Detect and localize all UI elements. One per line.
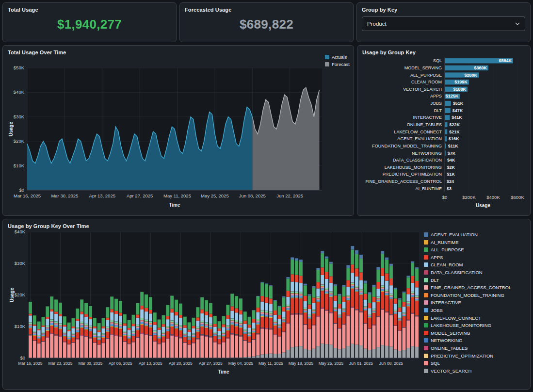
stack-segment-all_purpose[interactable] <box>188 322 191 329</box>
stack-segment-clean_room[interactable] <box>188 332 191 336</box>
stack-segment-dlt[interactable] <box>308 315 311 316</box>
stack-segment-interactive[interactable] <box>334 309 337 310</box>
stack-segment-online_tables[interactable] <box>248 342 251 343</box>
legend-item-sql[interactable]: SQL <box>424 360 524 366</box>
stack-segment-sql[interactable] <box>149 336 152 358</box>
stack-segment-clean_room[interactable] <box>145 311 148 320</box>
stack-segment-model_serving[interactable] <box>291 298 294 313</box>
stack-segment-model_serving[interactable] <box>114 328 118 335</box>
legend-item-data_classification[interactable]: DATA_CLASSIFICATION <box>424 270 524 275</box>
stack-segment-online_tables[interactable] <box>119 336 122 337</box>
stack-segment-dlt[interactable] <box>359 289 363 291</box>
stack-segment-foundation_model_training[interactable] <box>299 294 303 294</box>
stack-segment-jobs[interactable] <box>153 333 157 335</box>
stack-segment-interactive[interactable] <box>338 315 341 316</box>
stack-segment-foundation_model_training[interactable] <box>175 325 178 325</box>
stack-segment-interactive[interactable] <box>162 334 165 335</box>
stack-segment-sql[interactable] <box>110 335 113 358</box>
stack-segment-dlt[interactable] <box>256 319 259 321</box>
stack-segment-model_serving[interactable] <box>50 326 53 333</box>
stack-segment-model_serving[interactable] <box>398 321 402 330</box>
stack-segment-sql[interactable] <box>359 312 363 345</box>
stack-segment-lakeflow_connect[interactable] <box>230 325 234 326</box>
stack-segment-lakeflow_connect[interactable] <box>119 328 122 329</box>
stack-segment-all_purpose[interactable] <box>59 303 62 314</box>
stack-segment-apps[interactable] <box>364 294 367 299</box>
stack-segment-jobs[interactable] <box>346 298 350 300</box>
stack-segment-clean_room[interactable] <box>282 311 286 318</box>
stack-segment-model_serving[interactable] <box>209 329 212 336</box>
stack-segment-apps[interactable] <box>321 267 324 275</box>
stack-segment-interactive[interactable] <box>136 327 139 328</box>
stack-segment-agent_evaluation[interactable] <box>338 294 341 295</box>
stack-segment-online_tables[interactable] <box>123 342 127 342</box>
stack-segment-lakeflow_connect[interactable] <box>364 310 367 310</box>
stack-segment-jobs[interactable] <box>188 339 191 340</box>
stack-segment-jobs[interactable] <box>230 323 234 325</box>
stack-segment-model_serving[interactable] <box>93 338 97 343</box>
stack-segment-dlt[interactable] <box>162 332 165 333</box>
stack-segment-sql[interactable] <box>376 317 380 347</box>
stack-segment-all_purpose[interactable] <box>97 323 101 330</box>
stack-segment-clean_room[interactable] <box>89 319 92 326</box>
stack-segment-interactive[interactable] <box>183 334 187 335</box>
stack-segment-vector_search[interactable] <box>274 354 277 358</box>
stack-segment-vector_search[interactable] <box>321 343 324 358</box>
stack-segment-interactive[interactable] <box>158 336 161 337</box>
stack-segment-all_purpose[interactable] <box>295 261 298 275</box>
stack-segment-foundation_model_training[interactable] <box>89 327 92 328</box>
stack-segment-all_purpose[interactable] <box>209 303 212 313</box>
stack-segment-interactive[interactable] <box>346 297 350 298</box>
stack-segment-apps[interactable] <box>260 296 264 302</box>
stack-segment-apps[interactable] <box>196 317 199 321</box>
stack-segment-sql[interactable] <box>76 339 79 358</box>
stack-segment-sql[interactable] <box>123 342 127 358</box>
stack-segment-jobs[interactable] <box>179 328 182 330</box>
stack-segment-dlt[interactable] <box>381 286 384 287</box>
stack-segment-all_purpose[interactable] <box>192 318 195 326</box>
stack-segment-dlt[interactable] <box>411 292 414 293</box>
stack-segment-all_purpose[interactable] <box>76 309 79 319</box>
stack-segment-foundation_model_training[interactable] <box>106 328 109 328</box>
stack-segment-clean_room[interactable] <box>372 302 376 309</box>
stack-segment-all_purpose[interactable] <box>179 304 182 315</box>
stack-segment-clean_room[interactable] <box>355 277 358 286</box>
stack-segment-online_tables[interactable] <box>89 338 92 339</box>
stack-segment-sql[interactable] <box>188 345 191 358</box>
stack-segment-interactive[interactable] <box>248 334 251 335</box>
stack-segment-clean_room[interactable] <box>248 327 251 332</box>
stack-segment-model_serving[interactable] <box>248 337 251 342</box>
stack-segment-all_purpose[interactable] <box>37 322 41 329</box>
stack-segment-lakeflow_connect[interactable] <box>316 302 320 302</box>
stack-segment-lakeflow_connect[interactable] <box>243 334 247 334</box>
stack-segment-model_serving[interactable] <box>312 314 316 325</box>
stack-segment-vector_search[interactable] <box>299 346 303 358</box>
stack-segment-jobs[interactable] <box>63 335 66 336</box>
stack-segment-lakeflow_connect[interactable] <box>80 327 83 327</box>
stack-segment-foundation_model_training[interactable] <box>209 326 212 326</box>
stack-segment-interactive[interactable] <box>299 294 303 296</box>
stack-segment-model_serving[interactable] <box>42 337 45 341</box>
stack-segment-lakeflow_connect[interactable] <box>342 312 346 312</box>
stack-segment-model_serving[interactable] <box>342 312 346 324</box>
stack-segment-jobs[interactable] <box>394 312 397 314</box>
stack-segment-all_purpose[interactable] <box>346 268 350 280</box>
stack-segment-jobs[interactable] <box>59 327 62 328</box>
stack-segment-jobs[interactable] <box>304 311 307 312</box>
stack-segment-jobs[interactable] <box>213 334 217 336</box>
stack-segment-interactive[interactable] <box>209 326 212 327</box>
stack-segment-lakeflow_connect[interactable] <box>179 330 182 330</box>
stack-segment-jobs[interactable] <box>415 299 419 300</box>
stack-segment-lakeflow_connect[interactable] <box>102 337 105 338</box>
stack-segment-clean_room[interactable] <box>149 313 152 321</box>
stack-segment-all_purpose[interactable] <box>175 300 178 312</box>
stack-segment-online_tables[interactable] <box>128 343 131 344</box>
stack-segment-jobs[interactable] <box>29 326 32 328</box>
stack-segment-sql[interactable] <box>50 334 53 358</box>
stack-segment-all_purpose[interactable] <box>119 301 122 312</box>
stack-segment-lakeflow_connect[interactable] <box>84 329 88 329</box>
stack-segment-sql[interactable] <box>200 335 204 358</box>
stack-segment-sql[interactable] <box>205 336 208 358</box>
stack-segment-clean_room[interactable] <box>239 314 242 322</box>
stack-segment-apps[interactable] <box>308 305 311 309</box>
